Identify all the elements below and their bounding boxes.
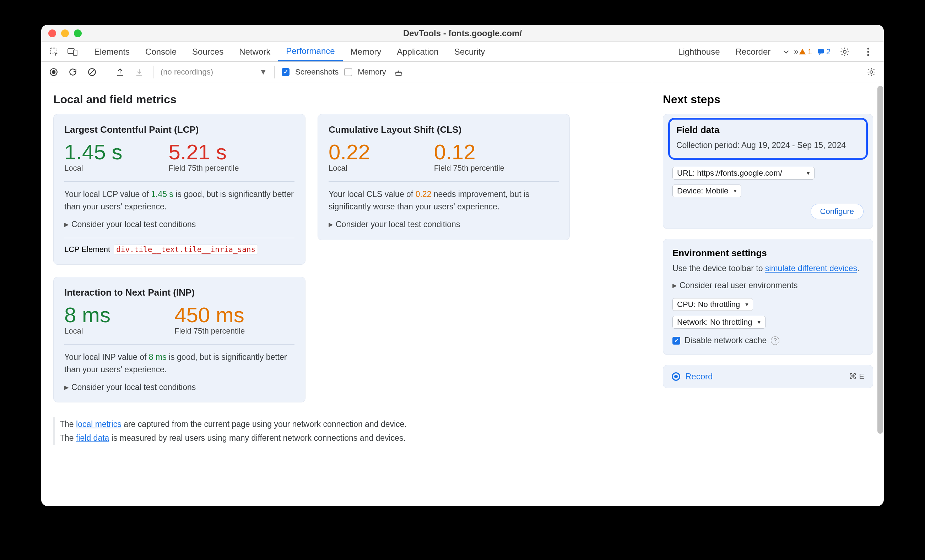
network-select[interactable]: Network: No throttling [672,316,765,329]
tab-console[interactable]: Console [137,42,184,62]
lcp-field-label: Field 75th percentile [169,164,239,173]
panel-tabbar: Elements Console Sources Network Perform… [41,42,884,62]
tab-sources[interactable]: Sources [184,42,231,62]
lcp-field-value: 5.21 s [169,142,239,163]
more-tabs-chevrons-icon[interactable]: » [794,42,798,62]
cls-local-value: 0.22 [328,142,370,163]
lcp-element-selector[interactable]: div.tile__text.tile__inria_sans [114,245,258,254]
titlebar: DevTools - fonts.google.com/ [41,25,884,42]
memory-checkbox[interactable] [344,68,352,76]
triangle-right-icon: ▶ [328,221,333,228]
inp-local-label: Local [64,326,110,336]
tab-recorder[interactable]: Recorder [728,42,779,62]
footer-note: The local metrics are captured from the … [53,417,640,445]
svg-point-12 [870,71,873,74]
cls-title: Cumulative Layout Shift (CLS) [328,124,559,135]
tab-lighthouse[interactable]: Lighthouse [670,42,728,62]
window-title: DevTools - fonts.google.com/ [41,29,884,38]
configure-button[interactable]: Configure [811,204,863,219]
record-icon[interactable] [47,68,60,77]
inp-field-label: Field 75th percentile [175,326,245,336]
main-panel: Local and field metrics Largest Contentf… [41,83,652,506]
warnings-count: 1 [808,47,812,56]
svg-point-5 [867,48,869,50]
field-data-period: Collection period: Aug 19, 2024 - Sep 15… [676,139,860,152]
env-title: Environment settings [672,248,863,259]
cls-disclosure[interactable]: ▶ Consider your local test conditions [328,220,559,229]
inp-title: Interaction to Next Paint (INP) [64,287,294,298]
cpu-select[interactable]: CPU: No throttling [672,298,753,311]
performance-toolbar: (no recordings) ▼ Screenshots Memory [41,62,884,83]
svg-point-4 [843,50,846,53]
cls-local-label: Local [328,164,370,173]
clear-icon[interactable] [85,68,99,77]
content-area: Local and field metrics Largest Contentf… [41,83,884,506]
tab-elements[interactable]: Elements [86,42,137,62]
tab-security[interactable]: Security [446,42,493,62]
local-metrics-link[interactable]: local metrics [76,419,122,429]
settings-gear-icon[interactable] [836,47,854,57]
env-disclosure[interactable]: ▶ Consider real user environments [672,281,863,290]
help-icon[interactable]: ? [771,336,779,345]
svg-rect-2 [74,50,77,56]
lcp-title: Largest Contentful Paint (LCP) [64,124,294,135]
disable-cache-checkbox[interactable] [672,337,680,345]
record-dot-icon [672,372,680,381]
record-shortcut: ⌘ E [849,372,864,381]
field-data-card: Field data Collection period: Aug 19, 20… [663,114,873,229]
triangle-right-icon: ▶ [64,384,69,391]
svg-point-9 [52,70,56,74]
svg-point-6 [867,51,869,53]
record-bar[interactable]: Record ⌘ E [663,365,873,388]
lcp-disclosure[interactable]: ▶ Consider your local test conditions [64,220,294,229]
messages-badge[interactable]: 2 [817,47,830,56]
url-select[interactable]: URL: https://fonts.google.com/ [672,167,815,180]
screenshots-label: Screenshots [295,68,339,77]
svg-rect-11 [396,72,401,76]
sidebar-heading: Next steps [663,93,873,106]
tab-application[interactable]: Application [389,42,446,62]
tab-memory[interactable]: Memory [343,42,389,62]
field-data-highlight: Field data Collection period: Aug 19, 20… [668,118,868,160]
download-icon[interactable] [133,68,146,76]
device-select[interactable]: Device: Mobile [672,185,741,197]
sidebar-scrollbar[interactable] [877,86,883,434]
svg-point-7 [867,54,869,56]
inp-field-value: 450 ms [175,305,245,326]
reload-record-icon[interactable] [66,68,80,77]
lcp-local-value: 1.45 s [64,142,122,163]
tab-performance[interactable]: Performance [278,42,342,62]
lcp-card: Largest Contentful Paint (LCP) 1.45 s Lo… [53,114,306,265]
inp-disclosure[interactable]: ▶ Consider your local test conditions [64,383,294,392]
device-toolbar-icon[interactable] [63,42,82,62]
environment-card: Environment settings Use the device tool… [663,239,873,355]
disable-cache-label: Disable network cache [684,336,767,345]
collect-garbage-icon[interactable] [392,68,405,77]
sidebar-panel: Next steps Field data Collection period:… [652,83,884,506]
more-tabs-icon[interactable] [778,42,794,62]
kebab-menu-icon[interactable] [859,47,877,56]
inspect-element-icon[interactable] [45,42,63,62]
screenshots-checkbox[interactable] [282,68,289,76]
tabbar-right: 1 2 [798,42,881,62]
memory-label: Memory [358,68,386,77]
triangle-right-icon: ▶ [64,221,69,228]
env-desc: Use the device toolbar to simulate diffe… [672,262,863,275]
cls-note: Your local CLS value of 0.22 needs impro… [328,188,559,213]
warnings-badge[interactable]: 1 [798,47,812,56]
inp-card: Interaction to Next Paint (INP) 8 ms Loc… [53,277,306,402]
inp-note: Your local INP value of 8 ms is good, bu… [64,351,294,375]
lcp-local-label: Local [64,164,122,173]
lcp-note: Your local LCP value of 1.45 s is good, … [64,188,294,213]
simulate-devices-link[interactable]: simulate different devices [765,264,857,273]
tab-network[interactable]: Network [231,42,278,62]
main-heading: Local and field metrics [53,93,640,106]
field-data-title: Field data [676,125,860,135]
cls-card: Cumulative Layout Shift (CLS) 0.22 Local… [318,114,570,240]
field-data-link[interactable]: field data [76,433,109,443]
upload-icon[interactable] [113,68,127,76]
devtools-window: DevTools - fonts.google.com/ Elements Co… [41,25,884,506]
panel-settings-gear-icon[interactable] [865,68,878,77]
recordings-select[interactable]: (no recordings) ▼ [161,68,267,77]
messages-count: 2 [826,47,830,56]
